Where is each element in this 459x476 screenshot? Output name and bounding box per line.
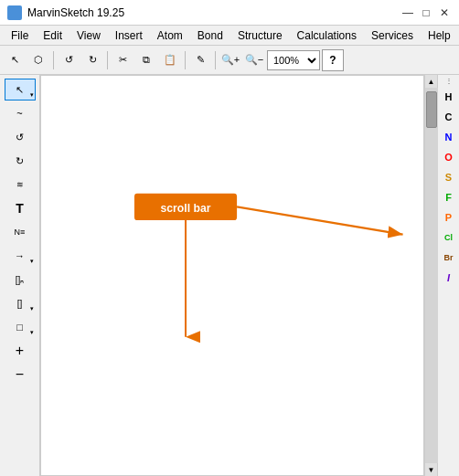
element-I[interactable]: I <box>439 268 459 288</box>
rect-icon: □ <box>16 322 23 333</box>
element-panel: ⋮ H C N O S F P Cl Br I <box>437 75 459 476</box>
element-S[interactable]: S <box>439 167 459 187</box>
help-btn[interactable]: ? <box>322 49 344 71</box>
select-icon: ↖ <box>16 84 24 96</box>
element-F[interactable]: F <box>439 187 459 207</box>
element-Cl[interactable]: Cl <box>439 227 459 248</box>
zoom-select[interactable]: 100% <box>267 50 320 70</box>
left-minus-btn[interactable]: − <box>5 364 36 386</box>
left-text-btn[interactable]: T <box>5 197 36 219</box>
title-bar: MarvinSketch 19.25 — □ ✕ <box>0 0 459 26</box>
element-O[interactable]: O <box>439 147 459 167</box>
draw-btn[interactable]: ✎ <box>189 49 211 71</box>
cut-btn[interactable]: ✂ <box>112 49 133 71</box>
undo-btn[interactable]: ↺ <box>58 49 80 71</box>
menu-structure[interactable]: Structure <box>230 27 290 44</box>
scroll-thumb-v[interactable] <box>426 91 437 128</box>
menu-atom[interactable]: Atom <box>150 27 190 44</box>
left-arrow-btn[interactable]: → ▾ <box>5 245 36 267</box>
window-title: MarvinSketch 19.25 <box>27 6 124 19</box>
left-toolbar: ↖ ▾ ~ ↺ ↻ ≋ T N≡ → ▾ []ₙ [] ▾ □ ▾ + − <box>0 75 40 476</box>
left-undo-btn[interactable]: ↺ <box>5 126 36 148</box>
menu-calculations[interactable]: Calculations <box>290 27 364 44</box>
menu-edit[interactable]: Edit <box>36 27 69 44</box>
lasso-tool-btn[interactable]: ⬡ <box>27 49 49 71</box>
left-select-btn[interactable]: ↖ ▾ <box>5 79 36 100</box>
svg-line-4 <box>237 206 402 234</box>
annotation-overlay: scroll bar <box>41 76 423 475</box>
scroll-up-btn[interactable]: ▲ <box>425 75 438 88</box>
menu-help[interactable]: Help <box>421 27 458 44</box>
svg-rect-2 <box>134 194 237 220</box>
vertical-scrollbar[interactable]: ▲ ▼ <box>424 75 437 476</box>
redo-btn[interactable]: ↻ <box>81 49 103 71</box>
menu-bar: File Edit View Insert Atom Bond Structur… <box>0 26 459 46</box>
bracket2-icon: [] <box>17 299 23 309</box>
menu-file[interactable]: File <box>4 27 36 44</box>
left-plus-btn[interactable]: + <box>5 340 36 362</box>
zoom-in-btn[interactable]: 🔍+ <box>219 49 241 71</box>
zoom-out-btn[interactable]: 🔍− <box>243 49 265 71</box>
left-bracket-btn[interactable]: []ₙ <box>5 269 36 291</box>
scroll-down-btn[interactable]: ▼ <box>425 463 438 476</box>
element-H[interactable]: H <box>439 87 459 107</box>
maximize-button[interactable]: □ <box>419 5 433 20</box>
close-button[interactable]: ✕ <box>437 5 452 20</box>
toolbar-sep-3 <box>185 51 186 69</box>
rect-dropdown: ▾ <box>30 329 34 336</box>
arrow-icon: → <box>15 250 25 261</box>
toolbar-sep-1 <box>53 51 54 69</box>
window-controls: — □ ✕ <box>400 5 452 20</box>
scroll-track-v[interactable] <box>425 88 438 463</box>
menu-services[interactable]: Services <box>364 27 421 44</box>
title-bar-left: MarvinSketch 19.25 <box>7 5 124 20</box>
dropdown-indicator: ▾ <box>30 91 34 99</box>
element-Br[interactable]: Br <box>439 248 459 268</box>
minimize-button[interactable]: — <box>400 5 415 20</box>
element-P[interactable]: P <box>439 207 459 227</box>
toolbar-sep-4 <box>215 51 216 69</box>
select-tool-btn[interactable]: ↖ <box>4 49 26 71</box>
left-atom-list-btn[interactable]: N≡ <box>5 221 36 243</box>
arrow-dropdown: ▾ <box>30 258 34 265</box>
left-wave-btn[interactable]: ≋ <box>5 174 36 196</box>
drawing-canvas[interactable]: scroll bar <box>40 75 424 476</box>
lasso-icon: ~ <box>16 108 22 119</box>
panel-dots: ⋮ <box>445 77 453 85</box>
copy-btn[interactable]: ⧉ <box>135 49 157 71</box>
menu-bond[interactable]: Bond <box>190 27 230 44</box>
left-lasso-btn[interactable]: ~ <box>5 102 36 124</box>
left-redo-btn[interactable]: ↻ <box>5 150 36 172</box>
main-area: ↖ ▾ ~ ↺ ↻ ≋ T N≡ → ▾ []ₙ [] ▾ □ ▾ + − <box>0 75 459 476</box>
left-rect-btn[interactable]: □ ▾ <box>5 316 36 338</box>
wave-icon: ≋ <box>16 180 23 189</box>
svg-text:scroll bar: scroll bar <box>161 200 211 215</box>
main-toolbar: ↖ ⬡ ↺ ↻ ✂ ⧉ 📋 ✎ 🔍+ 🔍− 100% ? <box>0 46 459 75</box>
toolbar-sep-2 <box>107 51 108 69</box>
app-icon <box>7 5 22 20</box>
bracket2-dropdown: ▾ <box>30 305 34 312</box>
paste-btn[interactable]: 📋 <box>159 49 181 71</box>
element-N[interactable]: N <box>439 127 459 147</box>
menu-insert[interactable]: Insert <box>108 27 150 44</box>
element-C[interactable]: C <box>439 107 459 127</box>
menu-view[interactable]: View <box>69 27 108 44</box>
left-bracket2-btn[interactable]: [] ▾ <box>5 292 36 314</box>
